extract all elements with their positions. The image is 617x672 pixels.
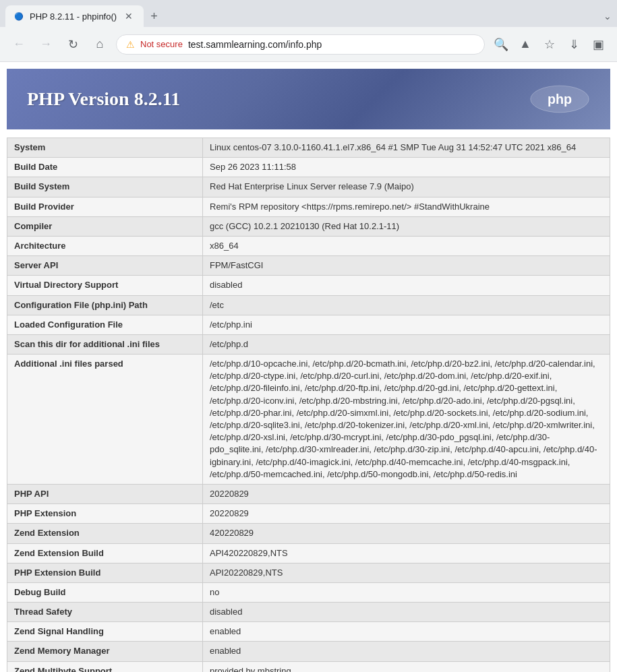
back-button[interactable]: ← xyxy=(8,34,30,55)
row-value: Red Hat Enterprise Linux Server release … xyxy=(203,177,610,197)
table-row: Build DateSep 26 2023 11:11:58 xyxy=(7,158,610,177)
table-row: Additional .ini files parsed/etc/php.d/1… xyxy=(7,355,610,485)
row-label: Architecture xyxy=(7,236,203,255)
active-tab[interactable]: 🔵 PHP 8.2.11 - phpinfo() ✕ xyxy=(5,5,144,27)
table-row: Architecturex86_64 xyxy=(7,236,610,255)
row-label: Configuration File (php.ini) Path xyxy=(7,295,203,315)
browser-actions: 🔍 ▲ ☆ ⇓ ▣ xyxy=(490,34,609,55)
table-row: Loaded Configuration File/etc/php.ini xyxy=(7,315,610,334)
row-label: Scan this dir for additional .ini files xyxy=(7,334,203,354)
search-button[interactable]: 🔍 xyxy=(490,34,512,55)
row-value: /etc/php.ini xyxy=(203,315,610,334)
row-label: Additional .ini files parsed xyxy=(7,355,203,485)
home-button[interactable]: ⌂ xyxy=(89,34,111,55)
address-url: test.sammlearning.com/info.php xyxy=(188,39,322,50)
row-value: /etc/php.d/10-opcache.ini, /etc/php.d/20… xyxy=(203,355,610,485)
row-label: Zend Signal Handling xyxy=(7,622,203,642)
row-label: Compiler xyxy=(7,216,203,236)
row-value: enabled xyxy=(203,642,610,661)
tab-list-button[interactable]: ⌄ xyxy=(604,11,612,22)
nav-bar: ← → ↻ ⌂ ⚠ Not secure test.sammlearning.c… xyxy=(0,27,617,62)
reload-button[interactable]: ↻ xyxy=(62,34,84,55)
row-label: Thread Safety xyxy=(7,603,203,622)
row-label: Virtual Directory Support xyxy=(7,276,203,295)
bookmark-button[interactable]: ☆ xyxy=(539,34,560,55)
window-button[interactable]: ▣ xyxy=(587,34,609,55)
row-label: Debug Build xyxy=(7,582,203,602)
table-row: Thread Safetydisabled xyxy=(7,603,610,622)
row-value: Remi's RPM repository <https://rpms.remi… xyxy=(203,197,610,216)
table-row: Server APIFPM/FastCGI xyxy=(7,256,610,276)
row-value: 420220829 xyxy=(203,524,610,543)
row-value: disabled xyxy=(203,603,610,622)
row-value: /etc/php.d xyxy=(203,334,610,354)
table-row: SystemLinux centos-07 3.10.0-1160.41.1.e… xyxy=(7,138,610,158)
row-label: PHP API xyxy=(7,484,203,503)
row-label: Zend Multibyte Support xyxy=(7,661,203,672)
row-label: Zend Extension Build xyxy=(7,543,203,563)
php-header: PHP Version 8.2.11 php xyxy=(7,69,610,129)
svg-text:php: php xyxy=(548,92,572,106)
table-row: Build ProviderRemi's RPM repository <htt… xyxy=(7,197,610,216)
security-icon: ⚠ xyxy=(126,39,135,50)
table-row: Scan this dir for additional .ini files/… xyxy=(7,334,610,354)
table-row: Zend Extension BuildAPI420220829,NTS xyxy=(7,543,610,563)
row-value: gcc (GCC) 10.2.1 20210130 (Red Hat 10.2.… xyxy=(203,216,610,236)
tab-title: PHP 8.2.11 - phpinfo() xyxy=(30,11,117,22)
row-value: 20220829 xyxy=(203,484,610,503)
forward-button[interactable]: → xyxy=(35,34,57,55)
row-value: Sep 26 2023 11:11:58 xyxy=(203,158,610,177)
new-tab-button[interactable]: + xyxy=(146,8,162,25)
row-value: Linux centos-07 3.10.0-1160.41.1.el7.x86… xyxy=(203,138,610,158)
not-secure-label: Not secure xyxy=(140,39,183,49)
download-button[interactable]: ⇓ xyxy=(563,34,585,55)
row-label: Server API xyxy=(7,256,203,276)
row-label: Build System xyxy=(7,177,203,197)
row-value: API20220829,NTS xyxy=(203,563,610,582)
row-label: Build Provider xyxy=(7,197,203,216)
table-row: Build SystemRed Hat Enterprise Linux Ser… xyxy=(7,177,610,197)
table-row: Zend Multibyte Supportprovided by mbstri… xyxy=(7,661,610,672)
row-value: 20220829 xyxy=(203,504,610,524)
row-value: FPM/FastCGI xyxy=(203,256,610,276)
table-row: Virtual Directory Supportdisabled xyxy=(7,276,610,295)
table-row: Compilergcc (GCC) 10.2.1 20210130 (Red H… xyxy=(7,216,610,236)
table-row: Configuration File (php.ini) Path/etc xyxy=(7,295,610,315)
php-version-title: PHP Version 8.2.11 xyxy=(27,88,180,110)
row-label: PHP Extension Build xyxy=(7,563,203,582)
row-value: enabled xyxy=(203,622,610,642)
row-label: PHP Extension xyxy=(7,504,203,524)
table-row: PHP Extension BuildAPI20220829,NTS xyxy=(7,563,610,582)
row-value: provided by mbstring xyxy=(203,661,610,672)
row-value: /etc xyxy=(203,295,610,315)
share-button[interactable]: ▲ xyxy=(515,34,536,55)
table-row: Zend Signal Handlingenabled xyxy=(7,622,610,642)
php-info-table: SystemLinux centos-07 3.10.0-1160.41.1.e… xyxy=(7,138,610,672)
row-label: Loaded Configuration File xyxy=(7,315,203,334)
row-label: Build Date xyxy=(7,158,203,177)
table-row: Zend Memory Managerenabled xyxy=(7,642,610,661)
table-row: PHP API20220829 xyxy=(7,484,610,503)
browser-chrome: 🔵 PHP 8.2.11 - phpinfo() ✕ + ⌄ ← → ↻ ⌂ ⚠… xyxy=(0,0,617,672)
table-row: Zend Extension420220829 xyxy=(7,524,610,543)
row-value: API420220829,NTS xyxy=(203,543,610,563)
table-row: Debug Buildno xyxy=(7,582,610,602)
row-label: System xyxy=(7,138,203,158)
tab-favicon: 🔵 xyxy=(13,11,24,22)
tab-bar: 🔵 PHP 8.2.11 - phpinfo() ✕ + ⌄ xyxy=(0,0,617,27)
row-value: no xyxy=(203,582,610,602)
table-row: PHP Extension20220829 xyxy=(7,504,610,524)
row-label: Zend Memory Manager xyxy=(7,642,203,661)
address-bar[interactable]: ⚠ Not secure test.sammlearning.com/info.… xyxy=(116,34,485,55)
row-label: Zend Extension xyxy=(7,524,203,543)
row-value: x86_64 xyxy=(203,236,610,255)
page-content: PHP Version 8.2.11 php SystemLinux cento… xyxy=(0,62,617,672)
php-logo: php xyxy=(529,82,590,116)
tab-close-button[interactable]: ✕ xyxy=(122,9,136,23)
row-value: disabled xyxy=(203,276,610,295)
